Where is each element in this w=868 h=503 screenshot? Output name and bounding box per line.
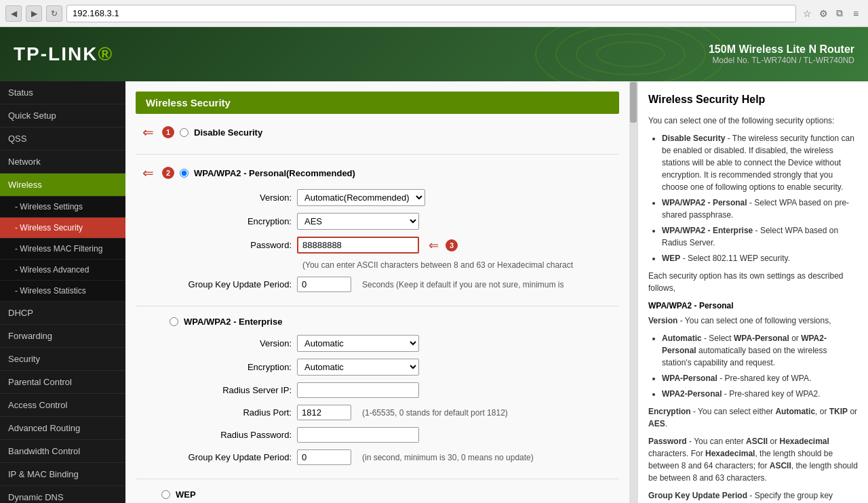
encryption-label: Encryption: xyxy=(170,216,292,226)
ent-version-select[interactable]: Automatic WPA WPA2 xyxy=(297,335,419,352)
help-wpa-personal-title: WPA/WPA2 - Personal xyxy=(648,300,858,312)
ent-version-label: Version: xyxy=(170,338,292,348)
wpa-enterprise-radio[interactable] xyxy=(170,317,178,326)
password-row: Password: ⇐ 3 xyxy=(170,237,619,254)
help-intro: You can select one of the following secu… xyxy=(648,115,858,127)
sidebar-item-advanced-routing[interactable]: Advanced Routing xyxy=(0,417,125,440)
annotation-1: 1 xyxy=(162,126,174,138)
ent-group-key-label: Group Key Update Period: xyxy=(170,452,292,462)
ent-group-key-row: Group Key Update Period: (in second, min… xyxy=(170,449,619,465)
back-button[interactable]: ◀ xyxy=(5,5,22,22)
version-select[interactable]: Automatic(Recommended) WPA-Personal WPA2… xyxy=(297,189,425,206)
disable-security-section: ⇐ 1 Disable Security xyxy=(136,124,619,140)
bookmark-star-icon[interactable]: ☆ xyxy=(800,7,814,20)
wpa-enterprise-label: WPA/WPA2 - Enterprise xyxy=(184,317,282,327)
sidebar-subitem-wireless-statistics[interactable]: - Wireless Statistics xyxy=(0,281,125,302)
product-header: TP-LINK® 150M Wireless Lite N Router Mod… xyxy=(0,27,868,81)
ent-version-row: Version: Automatic WPA WPA2 xyxy=(170,335,619,352)
settings-icon[interactable]: ⚙ xyxy=(816,7,830,20)
disable-security-radio[interactable] xyxy=(180,128,189,137)
version-row: Version: Automatic(Recommended) WPA-Pers… xyxy=(170,189,619,206)
sidebar-item-status[interactable]: Status xyxy=(0,81,125,104)
password-input[interactable] xyxy=(297,237,419,254)
tp-link-logo: TP-LINK® xyxy=(14,43,113,65)
wpa-personal-label: WPA/WPA2 - Personal(Recommended) xyxy=(194,168,355,178)
sidebar-item-qss[interactable]: QSS xyxy=(0,127,125,150)
sidebar-item-dhcp[interactable]: DHCP xyxy=(0,302,125,325)
help-version-intro: Version - You can select one of followin… xyxy=(648,315,858,327)
sidebar: Status Quick Setup QSS Network Wireless … xyxy=(0,81,125,503)
radius-password-label: Radius Password: xyxy=(170,430,292,440)
help-version-wpa2: WPA2-Personal - Pre-shared key of WPA2. xyxy=(662,388,858,400)
help-each-option: Each security option has its own setting… xyxy=(648,270,858,294)
divider-1 xyxy=(136,154,619,155)
wep-radio[interactable] xyxy=(161,490,170,499)
extensions-icon[interactable]: ⧉ xyxy=(833,7,846,20)
ent-encryption-select[interactable]: Automatic TKIP AES xyxy=(297,359,419,376)
sidebar-subitem-wireless-mac-filtering[interactable]: - Wireless MAC Filtering xyxy=(0,239,125,260)
wpa-personal-section: ⇐ 2 WPA/WPA2 - Personal(Recommended) Ver… xyxy=(136,165,619,292)
wpa-enterprise-form: Version: Automatic WPA WPA2 Encryption: xyxy=(170,335,619,465)
sidebar-item-dynamic-dns[interactable]: Dynamic DNS xyxy=(0,486,125,503)
sidebar-subitem-wireless-settings[interactable]: - Wireless Settings xyxy=(0,197,125,218)
disable-security-label: Disable Security xyxy=(194,127,262,138)
radius-password-input[interactable] xyxy=(297,427,419,443)
help-password-text: Password - You can enter ASCII or Hexade… xyxy=(648,435,858,484)
radius-ip-label: Radius Server IP: xyxy=(170,385,292,395)
wep-row: WEP xyxy=(142,489,619,500)
help-version-wpa: WPA-Personal - Pre-shared key of WPA. xyxy=(662,372,858,384)
sidebar-subitem-wireless-advanced[interactable]: - Wireless Advanced xyxy=(0,260,125,281)
help-option-wpa-personal: WPA/WPA2 - Personal - Select WPA based o… xyxy=(662,197,858,221)
address-bar[interactable] xyxy=(66,5,796,22)
sidebar-item-bandwidth-control[interactable]: Bandwidth Control xyxy=(0,440,125,463)
wpa-enterprise-section: WPA/WPA2 - Enterprise Version: Automatic… xyxy=(136,317,619,465)
radius-ip-input[interactable] xyxy=(297,382,419,398)
wep-section: WEP Type: Automatic Shared Key Open Syst… xyxy=(136,489,619,503)
sidebar-item-ip-mac-binding[interactable]: IP & MAC Binding xyxy=(0,463,125,486)
menu-icon[interactable]: ≡ xyxy=(849,7,863,20)
disable-security-row: ⇐ 1 Disable Security xyxy=(142,124,619,140)
group-key-input[interactable] xyxy=(297,277,351,292)
help-option-wep: WEP - Select 802.11 WEP security. xyxy=(662,252,858,264)
ent-group-key-hint: (in second, minimum is 30, 0 means no up… xyxy=(362,453,534,462)
waves-decoration xyxy=(529,27,732,81)
radius-port-hint: (1-65535, 0 stands for default port 1812… xyxy=(362,408,508,418)
ent-encryption-label: Encryption: xyxy=(170,362,292,372)
svg-point-3 xyxy=(597,42,665,66)
content-area: Wireless Security ⇐ 1 Disable Security xyxy=(125,81,868,503)
arrow-3-icon: ⇐ xyxy=(429,238,439,253)
sidebar-item-access-control[interactable]: Access Control xyxy=(0,394,125,417)
encryption-row: Encryption: AES TKIP Automatic xyxy=(170,213,619,230)
sidebar-item-network[interactable]: Network xyxy=(0,150,125,174)
annotation-2: 2 xyxy=(162,167,174,179)
sidebar-item-quick-setup[interactable]: Quick Setup xyxy=(0,104,125,127)
group-key-label: Group Key Update Period: xyxy=(170,279,292,289)
radius-port-input[interactable] xyxy=(297,405,351,420)
divider-3 xyxy=(136,479,619,479)
arrow-2-icon: ⇐ xyxy=(142,165,154,181)
radius-port-row: Radius Port: (1-65535, 0 stands for defa… xyxy=(170,405,619,420)
vertical-scrollbar[interactable] xyxy=(629,81,637,503)
sidebar-item-wireless[interactable]: Wireless xyxy=(0,174,125,197)
ent-group-key-input[interactable] xyxy=(297,449,351,465)
sidebar-item-forwarding[interactable]: Forwarding xyxy=(0,325,125,348)
page-content: Wireless Security ⇐ 1 Disable Security xyxy=(125,81,629,503)
encryption-select[interactable]: AES TKIP Automatic xyxy=(297,213,419,230)
wpa-personal-radio[interactable] xyxy=(180,169,189,178)
sidebar-item-parental-control[interactable]: Parental Control xyxy=(0,371,125,394)
radius-ip-row: Radius Server IP: xyxy=(170,382,619,398)
help-option-wpa-enterprise: WPA/WPA2 - Enterprise - Select WPA based… xyxy=(662,224,858,249)
sidebar-subitem-wireless-security[interactable]: - Wireless Security xyxy=(0,218,125,239)
wpa-personal-row: ⇐ 2 WPA/WPA2 - Personal(Recommended) xyxy=(142,165,619,181)
group-key-hint: Seconds (Keep it default if you are not … xyxy=(362,280,564,289)
group-key-row: Group Key Update Period: Seconds (Keep i… xyxy=(170,277,619,292)
refresh-button[interactable]: ↻ xyxy=(46,5,62,22)
wpa-enterprise-row: WPA/WPA2 - Enterprise xyxy=(142,317,619,327)
scroll-thumb[interactable] xyxy=(630,82,637,123)
arrow-1-icon: ⇐ xyxy=(142,124,154,140)
svg-point-0 xyxy=(536,27,726,81)
sidebar-item-security[interactable]: Security xyxy=(0,348,125,371)
main-content: Wireless Security ⇐ 1 Disable Security xyxy=(125,81,629,503)
svg-point-1 xyxy=(556,27,705,81)
forward-button[interactable]: ▶ xyxy=(26,5,42,22)
